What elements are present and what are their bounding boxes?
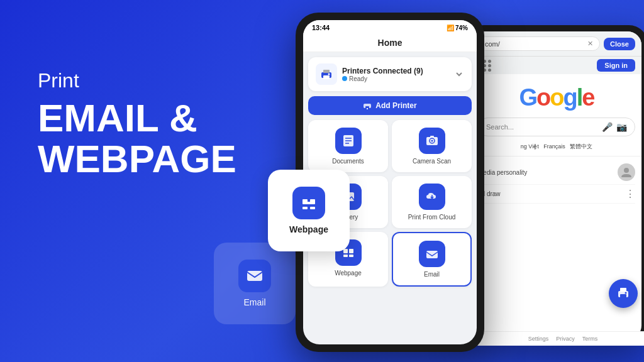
email-grid-label: Email [424,271,440,278]
webpage-float-card[interactable]: Webpage [268,170,350,251]
browser-close-button[interactable]: Close [604,38,635,50]
title-line2: WEBPAGE [38,138,236,179]
scan-icon [425,134,439,148]
printer-icon-wrap [316,63,337,85]
status-time: 13:44 [312,24,330,31]
google-search-bar[interactable]: Search... 🎤 📷 [478,118,635,136]
status-bar: 13:44 📶 74% [303,20,477,34]
camera-scan-label: Camera Scan [413,158,451,165]
language-options: ng Việt Français 繁體中文 [521,143,592,151]
webpage-icon [300,194,318,212]
browser-screen: com/ ✕ Close Sign in Google Search... 🎤 [472,31,641,339]
doc-icon [341,134,355,148]
chevron-down-icon [454,69,464,79]
left-section: Print EMAIL & WEBPAGE [38,69,236,179]
svg-point-9 [328,74,330,75]
webpage-float-label: Webpage [289,224,328,234]
google-logo: Google [519,84,594,111]
browser-bar: com/ ✕ Close [472,31,641,57]
svg-rect-21 [430,136,434,138]
more-icon[interactable]: ⋮ [625,188,635,200]
mic-icon[interactable]: 🎤 [602,122,613,132]
battery-icon: 74% [455,25,468,31]
svg-rect-7 [323,75,330,79]
clear-url-icon[interactable]: ✕ [587,40,593,48]
print-label: Print [38,69,236,92]
svg-rect-5 [306,202,311,204]
svg-point-20 [431,140,433,142]
url-field[interactable]: com/ ✕ [478,36,600,51]
result-item-2[interactable]: nd draw ⋮ [478,185,635,204]
printer-name: Printers Connected (9) [342,67,423,75]
svg-rect-0 [247,271,262,281]
browser-results: media personality nd draw ⋮ [472,156,641,207]
settings-link[interactable]: Settings [528,336,549,339]
browser-footer: Settings Privacy Terms [472,331,641,339]
main-title: EMAIL & WEBPAGE [38,97,236,179]
title-line1: EMAIL & [38,97,236,138]
documents-cell-icon [335,128,362,154]
svg-rect-3 [303,207,308,209]
app-header-title: Home [378,38,402,48]
printer-info: Printers Connected (9) Ready [316,63,423,85]
email-cell-icon [419,241,445,267]
search-placeholder: Search... [486,123,514,131]
svg-rect-26 [349,249,353,253]
print-fab-icon [616,286,631,301]
email-float-icon-box [238,260,271,292]
app-header: Home [303,34,477,52]
wifi-icon: 📶 [447,25,454,31]
status-icons: 📶 74% [447,25,468,31]
privacy-link[interactable]: Privacy [556,336,575,339]
svg-point-34 [625,292,627,294]
grid-cell-documents[interactable]: Documents [308,120,388,172]
svg-rect-4 [310,207,315,209]
cloud-cell-icon [419,184,445,210]
camera-scan-cell-icon [419,128,445,154]
grid-cell-email[interactable]: Email [392,232,472,287]
grid-cell-camera-scan[interactable]: Camera Scan [392,120,472,172]
grid-row-1: Documents Camera Scan [308,120,472,172]
grid-cell-print-from-cloud[interactable]: Print From Cloud [392,176,472,228]
webpage-float-icon-box [292,187,325,219]
svg-rect-29 [426,251,438,258]
terms-link[interactable]: Terms [582,336,598,339]
add-printer-button[interactable]: Add Printer [308,96,472,115]
printer-text: Printers Connected (9) Ready [342,67,423,82]
add-printer-icon [363,101,372,110]
ready-dot [342,76,347,81]
webpage-grid-label: Webpage [335,270,362,277]
result-avatar [618,163,635,181]
phone-browser: com/ ✕ Close Sign in Google Search... 🎤 [465,25,644,346]
printer-icon [320,68,333,80]
svg-rect-32 [620,294,626,298]
printer-status: Ready [342,75,423,82]
google-area: Google Search... 🎤 📷 ng Việt Français 繁體… [472,74,641,156]
browser-toolbar: Sign in [472,57,641,74]
camera-search-icon[interactable]: 📷 [616,122,627,132]
svg-rect-33 [620,288,626,292]
svg-rect-27 [343,255,348,257]
email-float-card[interactable]: Email [214,243,296,324]
printer-card[interactable]: Printers Connected (9) Ready [308,57,472,91]
svg-rect-25 [343,249,348,253]
cloud-icon [425,190,439,204]
result-item-1[interactable]: media personality [478,160,635,185]
cloud-label: Print From Cloud [408,214,456,221]
svg-rect-8 [323,70,330,73]
email-icon [246,267,264,285]
email-grid-icon [425,247,439,261]
svg-rect-28 [349,255,353,257]
documents-label: Documents [332,158,364,165]
print-fab-button[interactable] [609,279,638,308]
svg-point-30 [624,168,629,173]
person-icon [620,166,633,178]
sign-in-button[interactable]: Sign in [597,59,635,72]
url-text: com/ [485,40,500,48]
email-float-label: Email [243,297,265,307]
